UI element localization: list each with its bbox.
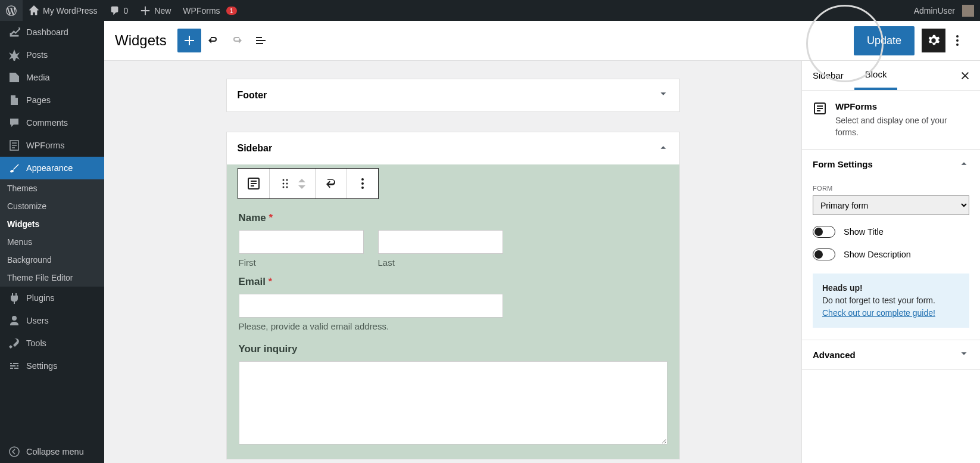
form-settings-body: FORM Primary form Show Title Show Descri…	[802, 179, 980, 340]
tab-sidebar[interactable]: Sidebar	[802, 61, 854, 90]
sidebar-item-label: Tools	[26, 338, 46, 348]
sidebar-item-plugins[interactable]: Plugins	[0, 287, 104, 309]
svg-point-2	[956, 39, 959, 42]
svg-point-10	[286, 187, 288, 188]
block-move-to-button[interactable]	[316, 169, 347, 198]
pages-icon	[8, 94, 20, 106]
more-vertical-icon	[950, 33, 965, 48]
svg-point-9	[282, 187, 284, 188]
chevron-down-icon	[658, 89, 669, 102]
close-icon	[960, 70, 970, 81]
site-name: My WordPress	[43, 6, 98, 15]
widget-area-footer-header[interactable]: Footer	[227, 79, 679, 111]
sidebar-sub-widgets[interactable]: Widgets	[0, 215, 104, 233]
sidebar-item-posts[interactable]: Posts	[0, 43, 104, 66]
more-options-button[interactable]	[945, 29, 969, 52]
page-title: Widgets	[115, 32, 167, 49]
widget-area-title: Footer	[238, 90, 267, 101]
admin-menu: Dashboard Posts Media Pages Comments WPF…	[0, 21, 104, 463]
sidebar-sub-background[interactable]: Background	[0, 251, 104, 269]
pin-icon	[8, 49, 20, 61]
more-vertical-icon	[355, 176, 370, 191]
sidebar-item-settings[interactable]: Settings	[0, 355, 104, 377]
first-name-input[interactable]	[239, 230, 364, 254]
redo-button[interactable]	[225, 29, 249, 52]
svg-point-13	[361, 187, 364, 189]
chevron-down-icon	[959, 349, 969, 361]
sidebar-item-label: Comments	[26, 118, 68, 128]
user-name: AdminUser	[914, 6, 955, 15]
widget-area-footer: Footer	[226, 79, 680, 112]
notice-link[interactable]: Check out our complete guide!	[822, 308, 935, 318]
plus-icon	[140, 5, 151, 16]
gear-icon	[927, 34, 940, 47]
sidebar-item-appearance[interactable]: Appearance	[0, 157, 104, 179]
wpforms-adminbar-link[interactable]: WPForms 1	[177, 0, 242, 21]
show-description-toggle[interactable]	[813, 248, 835, 260]
comment-icon	[110, 5, 120, 16]
sidebar-item-dashboard[interactable]: Dashboard	[0, 21, 104, 43]
notice-heading: Heads up!	[822, 283, 863, 293]
wordpress-icon	[6, 5, 17, 16]
sidebar-item-tools[interactable]: Tools	[0, 332, 104, 355]
wpforms-count-badge: 1	[226, 7, 237, 15]
settings-panel-toggle[interactable]	[922, 29, 945, 52]
undo-button[interactable]	[201, 29, 225, 52]
widget-area-sidebar-header[interactable]: Sidebar	[227, 132, 679, 164]
admin-bar: My WordPress 0 New WPForms 1 AdminUser	[0, 0, 980, 21]
sidebar-item-wpforms[interactable]: WPForms	[0, 134, 104, 157]
block-more-button[interactable]	[347, 169, 378, 198]
email-hint: Please, provide a valid email address.	[239, 321, 667, 331]
new-content-link[interactable]: New	[134, 0, 177, 21]
sidebar-item-users[interactable]: Users	[0, 309, 104, 332]
show-title-label: Show Title	[844, 227, 884, 237]
settings-tabs: Sidebar Block	[802, 61, 980, 91]
svg-point-8	[286, 183, 288, 185]
sidebar-item-comments[interactable]: Comments	[0, 111, 104, 134]
sidebar-item-label: Media	[26, 73, 50, 82]
users-icon	[8, 315, 20, 327]
site-home-link[interactable]: My WordPress	[23, 0, 104, 21]
email-input[interactable]	[239, 294, 503, 318]
advanced-toggle[interactable]: Advanced	[802, 340, 980, 369]
user-account-link[interactable]: AdminUser	[908, 0, 980, 21]
wp-logo-link[interactable]	[0, 0, 23, 21]
wpforms-block-icon	[813, 101, 827, 116]
sidebar-item-pages[interactable]: Pages	[0, 89, 104, 111]
move-down-icon[interactable]	[297, 184, 307, 190]
sidebar-sub-theme-editor[interactable]: Theme File Editor	[0, 269, 104, 287]
new-label: New	[154, 6, 171, 15]
sidebar-sub-menus[interactable]: Menus	[0, 233, 104, 251]
chevron-up-icon	[959, 158, 969, 170]
sidebar-item-label: WPForms	[26, 141, 64, 150]
chevron-up-icon	[658, 142, 669, 155]
name-row: First Last	[239, 230, 667, 268]
sidebar-item-label: Pages	[26, 95, 51, 105]
block-move-handle[interactable]	[270, 169, 316, 198]
form-select[interactable]: Primary form	[813, 195, 969, 215]
show-title-toggle[interactable]	[813, 226, 835, 238]
last-name-input[interactable]	[378, 230, 503, 254]
svg-point-5	[282, 179, 284, 181]
sidebar-sub-customize[interactable]: Customize	[0, 197, 104, 215]
add-block-button[interactable]	[177, 29, 201, 52]
sidebar-item-label: Users	[26, 316, 49, 325]
media-icon	[8, 72, 20, 83]
sidebar-item-media[interactable]: Media	[0, 66, 104, 89]
editor-header: Widgets Update	[104, 21, 980, 61]
block-type-button[interactable]	[238, 169, 270, 198]
inquiry-textarea[interactable]	[239, 361, 667, 445]
sidebar-item-label: Plugins	[26, 293, 55, 303]
update-button[interactable]: Update	[854, 26, 915, 55]
comments-link[interactable]: 0	[104, 0, 135, 21]
svg-point-3	[956, 43, 959, 46]
move-up-icon[interactable]	[297, 178, 307, 184]
home-icon	[29, 5, 39, 16]
collapse-menu-button[interactable]: Collapse menu	[0, 440, 104, 463]
tab-block[interactable]: Block	[854, 61, 898, 90]
sidebar-sub-themes[interactable]: Themes	[0, 179, 104, 197]
document-outline-button[interactable]	[249, 29, 273, 52]
editor-area: Widgets Update Footer	[104, 21, 980, 463]
form-settings-toggle[interactable]: Form Settings	[802, 150, 980, 179]
close-settings-button[interactable]	[950, 61, 980, 90]
